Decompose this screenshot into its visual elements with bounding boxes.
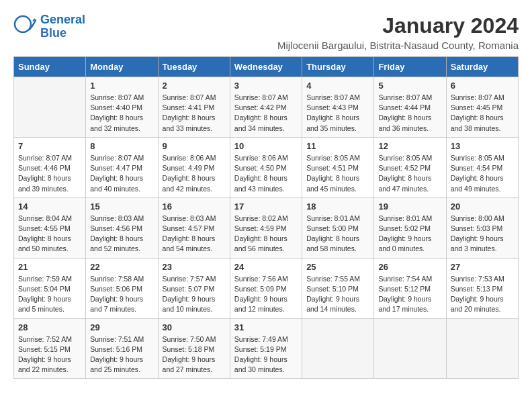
logo-icon xyxy=(13,15,38,39)
week-row-4: 28Sunrise: 7:52 AM Sunset: 5:15 PM Dayli… xyxy=(14,318,519,379)
week-row-1: 7Sunrise: 8:07 AM Sunset: 4:46 PM Daylig… xyxy=(14,137,519,197)
day-number: 10 xyxy=(234,141,298,151)
day-cell: 6Sunrise: 8:07 AM Sunset: 4:45 PM Daylig… xyxy=(446,77,518,138)
day-detail: Sunrise: 7:54 AM Sunset: 5:12 PM Dayligh… xyxy=(378,274,441,315)
day-cell: 26Sunrise: 7:54 AM Sunset: 5:12 PM Dayli… xyxy=(374,258,446,318)
day-detail: Sunrise: 7:53 AM Sunset: 5:13 PM Dayligh… xyxy=(451,274,514,315)
day-cell xyxy=(374,318,446,379)
day-number: 16 xyxy=(163,201,226,212)
day-number: 23 xyxy=(163,262,226,272)
day-number: 9 xyxy=(163,141,226,151)
week-row-3: 21Sunrise: 7:59 AM Sunset: 5:04 PM Dayli… xyxy=(14,258,519,318)
day-cell: 15Sunrise: 8:03 AM Sunset: 4:56 PM Dayli… xyxy=(86,197,158,258)
svg-point-0 xyxy=(15,16,31,32)
day-detail: Sunrise: 8:07 AM Sunset: 4:43 PM Dayligh… xyxy=(306,93,369,134)
day-detail: Sunrise: 7:51 AM Sunset: 5:16 PM Dayligh… xyxy=(90,334,153,375)
day-cell: 16Sunrise: 8:03 AM Sunset: 4:57 PM Dayli… xyxy=(158,197,230,258)
day-number: 4 xyxy=(306,81,369,91)
day-detail: Sunrise: 8:01 AM Sunset: 5:00 PM Dayligh… xyxy=(306,214,369,255)
day-cell: 13Sunrise: 8:05 AM Sunset: 4:54 PM Dayli… xyxy=(446,137,518,197)
day-detail: Sunrise: 8:04 AM Sunset: 4:55 PM Dayligh… xyxy=(18,214,81,255)
day-cell: 1Sunrise: 8:07 AM Sunset: 4:40 PM Daylig… xyxy=(86,77,158,138)
day-number: 14 xyxy=(18,201,81,212)
day-detail: Sunrise: 8:07 AM Sunset: 4:42 PM Dayligh… xyxy=(234,93,298,134)
day-number: 26 xyxy=(378,262,441,272)
header-friday: Friday xyxy=(374,57,446,77)
day-detail: Sunrise: 8:01 AM Sunset: 5:02 PM Dayligh… xyxy=(378,214,441,255)
day-cell: 29Sunrise: 7:51 AM Sunset: 5:16 PM Dayli… xyxy=(86,318,158,379)
day-number: 3 xyxy=(234,81,298,91)
day-number: 31 xyxy=(234,322,298,332)
day-cell: 2Sunrise: 8:07 AM Sunset: 4:41 PM Daylig… xyxy=(158,77,230,138)
logo-text: General Blue xyxy=(40,13,85,40)
day-number: 18 xyxy=(306,201,369,212)
day-detail: Sunrise: 7:55 AM Sunset: 5:10 PM Dayligh… xyxy=(306,274,369,315)
day-number: 2 xyxy=(163,81,226,91)
day-detail: Sunrise: 8:02 AM Sunset: 4:59 PM Dayligh… xyxy=(234,214,298,255)
day-detail: Sunrise: 7:49 AM Sunset: 5:19 PM Dayligh… xyxy=(234,334,298,375)
day-detail: Sunrise: 8:06 AM Sunset: 4:49 PM Dayligh… xyxy=(163,153,226,194)
day-cell: 12Sunrise: 8:05 AM Sunset: 4:52 PM Dayli… xyxy=(374,137,446,197)
day-detail: Sunrise: 8:03 AM Sunset: 4:56 PM Dayligh… xyxy=(90,214,153,255)
day-number: 22 xyxy=(90,262,153,272)
location: Mijlocenii Bargaului, Bistrita-Nasaud Co… xyxy=(277,40,519,51)
day-cell: 27Sunrise: 7:53 AM Sunset: 5:13 PM Dayli… xyxy=(446,258,518,318)
day-detail: Sunrise: 8:07 AM Sunset: 4:47 PM Dayligh… xyxy=(90,153,153,194)
header-row: SundayMondayTuesdayWednesdayThursdayFrid… xyxy=(14,57,519,77)
day-number: 12 xyxy=(378,141,441,151)
day-cell: 11Sunrise: 8:05 AM Sunset: 4:51 PM Dayli… xyxy=(302,137,374,197)
day-detail: Sunrise: 8:05 AM Sunset: 4:52 PM Dayligh… xyxy=(378,153,441,194)
title-section: January 2024 Mijlocenii Bargaului, Bistr… xyxy=(277,13,519,51)
day-detail: Sunrise: 7:59 AM Sunset: 5:04 PM Dayligh… xyxy=(18,274,81,315)
day-detail: Sunrise: 8:07 AM Sunset: 4:46 PM Dayligh… xyxy=(18,153,81,194)
day-number: 19 xyxy=(378,201,441,212)
day-detail: Sunrise: 8:07 AM Sunset: 4:41 PM Dayligh… xyxy=(163,93,226,134)
day-cell xyxy=(446,318,518,379)
day-detail: Sunrise: 8:07 AM Sunset: 4:45 PM Dayligh… xyxy=(451,93,514,134)
day-detail: Sunrise: 8:07 AM Sunset: 4:40 PM Dayligh… xyxy=(90,93,153,134)
day-number: 11 xyxy=(306,141,369,151)
day-detail: Sunrise: 7:58 AM Sunset: 5:06 PM Dayligh… xyxy=(90,274,153,315)
week-row-0: 1Sunrise: 8:07 AM Sunset: 4:40 PM Daylig… xyxy=(14,77,519,138)
day-number: 28 xyxy=(18,322,81,332)
header-thursday: Thursday xyxy=(302,57,374,77)
day-cell: 9Sunrise: 8:06 AM Sunset: 4:49 PM Daylig… xyxy=(158,137,230,197)
day-cell: 20Sunrise: 8:00 AM Sunset: 5:03 PM Dayli… xyxy=(446,197,518,258)
day-number: 27 xyxy=(451,262,514,272)
day-detail: Sunrise: 7:57 AM Sunset: 5:07 PM Dayligh… xyxy=(163,274,226,315)
day-cell xyxy=(302,318,374,379)
day-cell: 25Sunrise: 7:55 AM Sunset: 5:10 PM Dayli… xyxy=(302,258,374,318)
day-number: 5 xyxy=(378,81,441,91)
logo-line2: Blue xyxy=(40,26,66,40)
logo: General Blue xyxy=(13,13,85,40)
day-number: 29 xyxy=(90,322,153,332)
day-detail: Sunrise: 8:00 AM Sunset: 5:03 PM Dayligh… xyxy=(451,214,514,255)
day-detail: Sunrise: 8:07 AM Sunset: 4:44 PM Dayligh… xyxy=(378,93,441,134)
day-cell: 14Sunrise: 8:04 AM Sunset: 4:55 PM Dayli… xyxy=(14,197,86,258)
day-number: 21 xyxy=(18,262,81,272)
day-cell: 24Sunrise: 7:56 AM Sunset: 5:09 PM Dayli… xyxy=(230,258,302,318)
day-cell: 21Sunrise: 7:59 AM Sunset: 5:04 PM Dayli… xyxy=(14,258,86,318)
day-cell: 30Sunrise: 7:50 AM Sunset: 5:18 PM Dayli… xyxy=(158,318,230,379)
day-cell: 17Sunrise: 8:02 AM Sunset: 4:59 PM Dayli… xyxy=(230,197,302,258)
calendar-table: SundayMondayTuesdayWednesdayThursdayFrid… xyxy=(13,56,519,379)
day-detail: Sunrise: 8:03 AM Sunset: 4:57 PM Dayligh… xyxy=(163,214,226,255)
day-number: 7 xyxy=(18,141,81,151)
day-detail: Sunrise: 7:50 AM Sunset: 5:18 PM Dayligh… xyxy=(163,334,226,375)
day-cell: 18Sunrise: 8:01 AM Sunset: 5:00 PM Dayli… xyxy=(302,197,374,258)
header-sunday: Sunday xyxy=(14,57,86,77)
day-detail: Sunrise: 8:05 AM Sunset: 4:51 PM Dayligh… xyxy=(306,153,369,194)
header-wednesday: Wednesday xyxy=(230,57,302,77)
day-detail: Sunrise: 8:06 AM Sunset: 4:50 PM Dayligh… xyxy=(234,153,298,194)
day-cell: 31Sunrise: 7:49 AM Sunset: 5:19 PM Dayli… xyxy=(230,318,302,379)
day-number: 25 xyxy=(306,262,369,272)
day-cell: 19Sunrise: 8:01 AM Sunset: 5:02 PM Dayli… xyxy=(374,197,446,258)
day-detail: Sunrise: 7:52 AM Sunset: 5:15 PM Dayligh… xyxy=(18,334,81,375)
day-cell: 7Sunrise: 8:07 AM Sunset: 4:46 PM Daylig… xyxy=(14,137,86,197)
day-detail: Sunrise: 8:05 AM Sunset: 4:54 PM Dayligh… xyxy=(451,153,514,194)
day-cell: 5Sunrise: 8:07 AM Sunset: 4:44 PM Daylig… xyxy=(374,77,446,138)
week-row-2: 14Sunrise: 8:04 AM Sunset: 4:55 PM Dayli… xyxy=(14,197,519,258)
day-number: 6 xyxy=(451,81,514,91)
header-monday: Monday xyxy=(86,57,158,77)
day-number: 17 xyxy=(234,201,298,212)
